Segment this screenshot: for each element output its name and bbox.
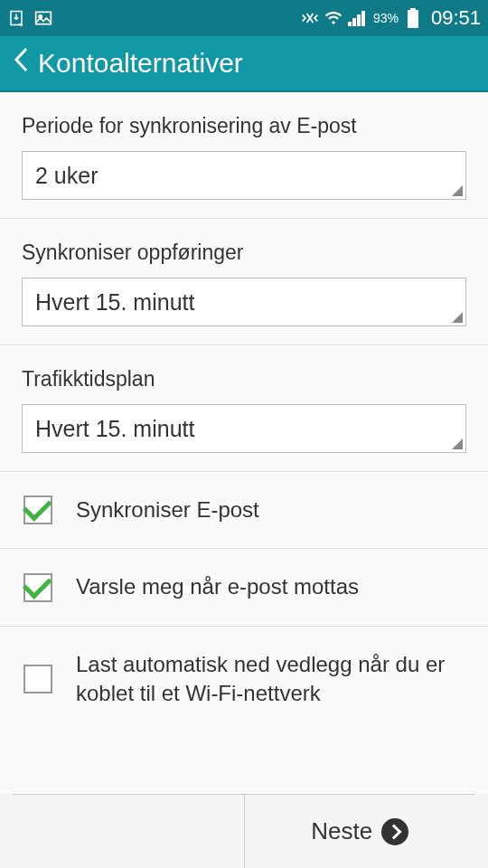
sync-period-value: 2 uker [35, 163, 98, 189]
content-area: Periode for synkronisering av E-post 2 u… [0, 92, 488, 794]
traffic-plan-label: Trafikktidsplan [22, 367, 466, 392]
vibrate-icon [301, 9, 319, 27]
next-button[interactable]: Neste [245, 795, 476, 868]
sync-entries-section: Synkroniser oppføringer Hvert 15. minutt [0, 219, 488, 345]
download-icon [7, 9, 25, 27]
footer-spacer [13, 795, 245, 868]
svg-rect-5 [352, 18, 356, 26]
traffic-plan-section: Trafikktidsplan Hvert 15. minutt [0, 345, 488, 472]
status-bar: 93% 09:51 [0, 0, 488, 36]
notify-row[interactable]: Varsle meg når e-post mottas [0, 549, 488, 626]
status-time: 09:51 [431, 6, 481, 30]
wifi-icon [324, 9, 343, 27]
app-bar: Kontoalternativer [0, 36, 488, 92]
chevron-right-icon [381, 818, 408, 845]
sync-entries-spinner[interactable]: Hvert 15. minutt [22, 278, 466, 326]
sync-email-label: Synkroniser E-post [76, 495, 259, 524]
auto-download-label: Last automatisk ned vedlegg når du er ko… [76, 650, 466, 709]
next-label: Neste [311, 817, 372, 845]
sync-email-checkbox[interactable] [23, 495, 52, 524]
traffic-plan-value: Hvert 15. minutt [35, 416, 194, 442]
notify-checkbox[interactable] [23, 573, 52, 602]
footer: Neste [13, 794, 475, 868]
page-title: Kontoalternativer [38, 48, 243, 79]
sync-entries-value: Hvert 15. minutt [35, 289, 194, 316]
battery-percent: 93% [373, 11, 399, 25]
svg-rect-8 [410, 8, 416, 10]
traffic-plan-spinner[interactable]: Hvert 15. minutt [22, 404, 466, 453]
svg-rect-4 [348, 22, 352, 26]
picture-icon [34, 9, 52, 27]
sync-period-section: Periode for synkronisering av E-post 2 u… [0, 92, 488, 219]
auto-download-checkbox[interactable] [23, 665, 52, 693]
sync-period-spinner[interactable]: 2 uker [22, 151, 466, 200]
svg-rect-7 [361, 11, 365, 26]
sync-email-row[interactable]: Synkroniser E-post [0, 472, 488, 549]
svg-rect-2 [36, 12, 52, 24]
battery-icon [404, 9, 422, 27]
sync-period-label: Periode for synkronisering av E-post [22, 114, 466, 138]
svg-rect-9 [408, 10, 418, 28]
signal-icon [348, 9, 366, 27]
svg-rect-6 [357, 14, 361, 26]
back-icon[interactable] [13, 46, 29, 80]
sync-entries-label: Synkroniser oppføringer [22, 241, 466, 265]
auto-download-row[interactable]: Last automatisk ned vedlegg når du er ko… [0, 627, 488, 732]
notify-label: Varsle meg når e-post mottas [76, 572, 359, 601]
